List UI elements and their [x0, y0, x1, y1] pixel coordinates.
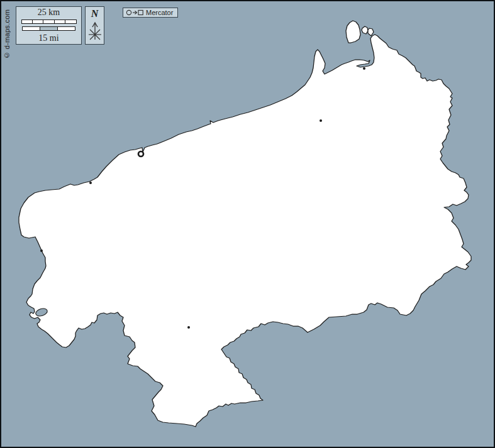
region-outline	[19, 35, 471, 427]
scale-panel: 25 km 15 mi	[16, 6, 82, 45]
city-marker	[40, 249, 43, 252]
copyright-text: © d-maps.com	[3, 5, 11, 59]
scale-bar-segment	[23, 27, 40, 30]
scale-mi-bar	[22, 26, 75, 31]
projection-panel: Mercator	[123, 8, 178, 18]
capital-marker	[138, 151, 143, 156]
scale-bar-segment	[58, 27, 75, 30]
map-canvas: © d-maps.com 25 km 15 mi N Mercator	[0, 0, 495, 448]
islet-outline	[362, 26, 368, 34]
circle-to-square-icon	[126, 9, 143, 16]
peninsula-outline	[346, 21, 360, 43]
scale-bar-segment	[22, 20, 33, 23]
scale-bar-segment	[55, 20, 65, 23]
islet-outline	[368, 28, 374, 36]
projection-label: Mercator	[146, 8, 173, 17]
scale-km-label: 25 km	[38, 8, 60, 17]
compass-panel: N	[85, 6, 104, 45]
north-label: N	[91, 8, 99, 19]
scale-bar-segment	[33, 20, 43, 23]
scale-bar-segment	[43, 20, 54, 23]
city-marker	[320, 119, 322, 122]
scale-bar-segment	[65, 20, 75, 23]
compass-star-icon	[87, 20, 103, 41]
scale-mi-label: 15 mi	[38, 33, 58, 43]
scale-bar-segment	[40, 27, 58, 30]
city-marker	[363, 67, 365, 70]
city-marker	[89, 182, 92, 184]
scale-km-bar	[21, 19, 77, 24]
outline-map	[1, 1, 495, 448]
city-marker	[187, 326, 190, 329]
